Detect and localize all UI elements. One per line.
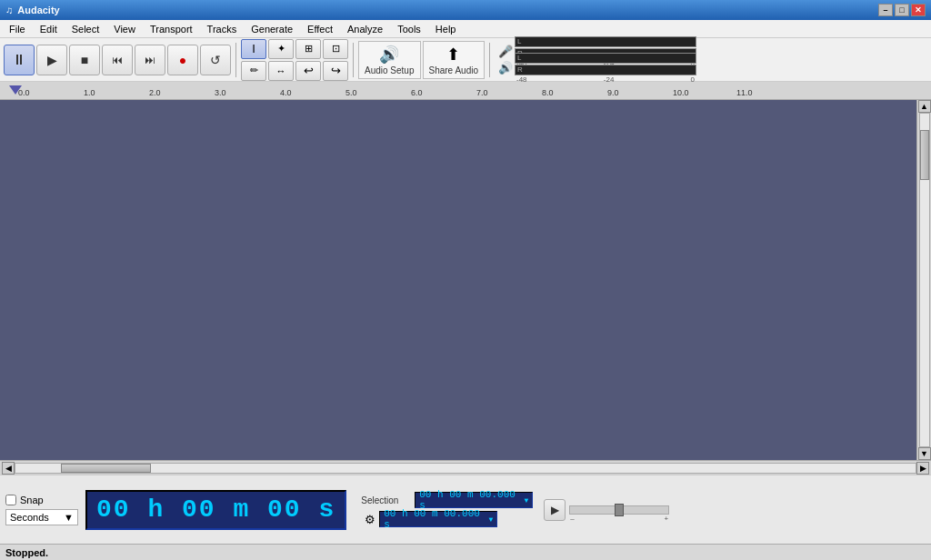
sep3 [489, 43, 490, 77]
stop-button[interactable]: ■ [69, 45, 100, 75]
select-tool-button[interactable]: I [241, 39, 266, 59]
minimize-button[interactable]: – [878, 4, 893, 16]
time-display: 00 h 00 m 00 s [85, 490, 346, 530]
pause-button[interactable]: ⏸ [4, 45, 35, 75]
playback-meter-bar-l[interactable]: L [515, 53, 696, 64]
timeline-ruler[interactable]: 0.0 1.0 2.0 3.0 4.0 5.0 6.0 7.0 8.0 9.0 … [0, 82, 931, 100]
record-meter-bar-l[interactable]: L [515, 36, 696, 47]
ruler-mark-6: 6.0 [411, 88, 423, 97]
speed-track[interactable]: – + [569, 505, 669, 515]
playback-meter-icon: 🔊 [498, 61, 513, 75]
ruler-mark-9: 9.0 [607, 88, 619, 97]
share-audio-group[interactable]: ⬆ Share Audio [423, 41, 486, 79]
transport-group: ⏸ ▶ ■ ⏮ ⏭ ● ↺ [4, 45, 231, 75]
status-text: Stopped. [5, 547, 48, 558]
ruler-mark-0: 0.0 [18, 88, 30, 97]
menu-item-tracks[interactable]: Tracks [200, 20, 245, 37]
record-button[interactable]: ● [167, 45, 198, 75]
share-audio-label: Share Audio [429, 65, 479, 75]
status-bar: Stopped. [0, 544, 931, 560]
scroll-up-arrow[interactable]: ▲ [918, 100, 931, 113]
skip-start-button[interactable]: ⏮ [102, 45, 133, 75]
playback-meter-row: 🔊 L R -48-240 [498, 61, 696, 75]
menu-item-view[interactable]: View [106, 20, 143, 37]
title-bar: ♫ Audacity – □ ✕ [0, 0, 931, 20]
v-scroll-track[interactable] [919, 113, 930, 447]
selection-label-row: Selection 00 h 00 m 00.000 s ▼ [361, 492, 533, 508]
seconds-dropdown-arrow: ▼ [64, 512, 74, 523]
bottom-bar: Snap Seconds ▼ 00 h 00 m 00 s Selection … [0, 475, 931, 544]
skip-end-button[interactable]: ⏭ [135, 45, 165, 75]
menu-item-edit[interactable]: Edit [33, 20, 65, 37]
tool-row-top: I ✦ ⊞ ⊡ [241, 39, 348, 59]
meter-area: 🎤 L R -48-240 🔊 L [498, 45, 696, 75]
ruler-mark-7: 7.0 [476, 88, 488, 97]
menu-item-tools[interactable]: Tools [390, 20, 428, 37]
zoom-out-button[interactable]: ⊡ [323, 39, 348, 59]
selection-start-arrow: ▼ [524, 496, 528, 505]
close-button[interactable]: ✕ [911, 4, 926, 16]
menu-bar: FileEditSelectViewTransportTracksGenerat… [0, 20, 931, 38]
menu-item-generate[interactable]: Generate [244, 20, 300, 37]
app-title: Audacity [17, 5, 59, 15]
undo-button[interactable]: ↩ [295, 61, 321, 81]
snap-area: Snap Seconds ▼ [5, 495, 78, 525]
ruler-mark-2: 2.0 [149, 88, 161, 97]
selection-label: Selection [361, 495, 411, 505]
play-speed-button[interactable]: ▶ [544, 499, 566, 521]
selection-end-input[interactable]: 00 h 00 m 00.000 s ▼ [379, 511, 497, 527]
ruler-mark-3: 3.0 [215, 88, 226, 97]
v-scroll-thumb[interactable] [920, 130, 929, 180]
menu-item-select[interactable]: Select [65, 20, 107, 37]
snap-row: Snap [5, 495, 78, 505]
selection-start-input[interactable]: 00 h 00 m 00.000 s ▼ [415, 492, 533, 508]
redo-button[interactable]: ↪ [323, 61, 348, 81]
loop-button[interactable]: ↺ [200, 45, 231, 75]
record-meter-icon: 🎤 [498, 45, 513, 58]
snap-checkbox[interactable] [5, 495, 16, 505]
menu-item-effect[interactable]: Effect [300, 20, 340, 37]
menu-item-transport[interactable]: Transport [143, 20, 200, 37]
selection-end-row: ⚙ 00 h 00 m 00.000 s ▼ [361, 511, 533, 527]
h-scroll-track[interactable] [15, 463, 916, 474]
scroll-left-arrow[interactable]: ◀ [2, 462, 15, 475]
ruler-mark-1: 1.0 [84, 88, 95, 97]
selection-end-arrow: ▼ [488, 515, 493, 524]
h-scroll-thumb[interactable] [61, 464, 151, 473]
gear-icon[interactable]: ⚙ [365, 513, 375, 526]
sep1 [235, 43, 236, 77]
menu-item-file[interactable]: File [2, 20, 33, 37]
menu-item-help[interactable]: Help [428, 20, 464, 37]
menu-item-analyze[interactable]: Analyze [340, 20, 390, 37]
scroll-down-arrow[interactable]: ▼ [918, 447, 931, 460]
time-value: 00 h 00 m 00 s [96, 495, 335, 524]
ruler-mark-8: 8.0 [542, 88, 554, 97]
horizontal-scrollbar[interactable]: ◀ ▶ [0, 460, 931, 475]
tool-group: I ✦ ⊞ ⊡ ✏ ↔ ↩ ↪ [241, 39, 348, 81]
title-left: ♫ Audacity [5, 5, 60, 15]
sep2 [353, 43, 354, 77]
audio-setup-group[interactable]: 🔊 Audio Setup [358, 41, 421, 79]
seconds-dropdown[interactable]: Seconds ▼ [5, 509, 78, 525]
zoom-in-button[interactable]: ⊞ [295, 39, 321, 59]
share-audio-icon: ⬆ [446, 45, 460, 65]
app-icon: ♫ [5, 5, 13, 15]
track-canvas[interactable] [0, 100, 916, 460]
audio-setup-icon: 🔊 [379, 45, 399, 65]
envelope-tool-button[interactable]: ✦ [268, 39, 294, 59]
playback-speed-controls: ▶ – + [544, 499, 669, 521]
tool-row-bottom: ✏ ↔ ↩ ↪ [241, 61, 348, 81]
ruler-mark-10: 10.0 [673, 88, 689, 97]
speed-thumb[interactable] [615, 504, 624, 516]
track-area: ▲ ▼ [0, 100, 931, 460]
scroll-right-arrow[interactable]: ▶ [916, 462, 929, 475]
ruler-mark-4: 4.0 [280, 88, 292, 97]
draw-tool-button[interactable]: ✏ [241, 61, 266, 81]
timeshift-tool-button[interactable]: ↔ [268, 61, 294, 81]
play-button[interactable]: ▶ [36, 45, 67, 75]
play-speed-row: ▶ – + [544, 499, 669, 521]
toolbar-area: ⏸ ▶ ■ ⏮ ⏭ ● ↺ I ✦ ⊞ ⊡ ✏ ↔ ↩ ↪ [0, 38, 931, 82]
maximize-button[interactable]: □ [895, 4, 909, 16]
vertical-scrollbar[interactable]: ▲ ▼ [916, 100, 931, 460]
playback-meter-bar-r[interactable]: R [515, 65, 696, 75]
